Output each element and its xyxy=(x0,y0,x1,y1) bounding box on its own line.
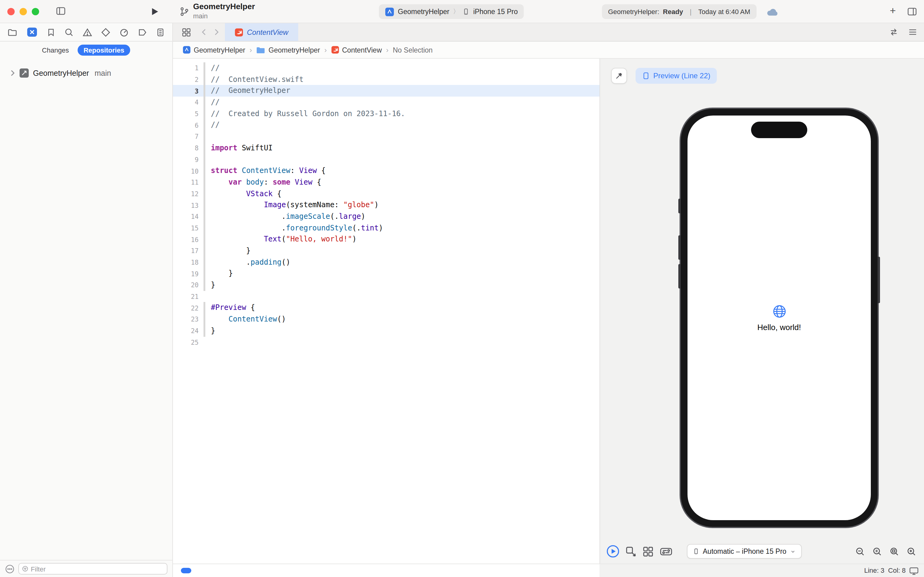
code-text[interactable]: } xyxy=(205,268,233,279)
adjust-editor-icon[interactable] xyxy=(908,27,918,37)
code-text[interactable]: } xyxy=(205,325,215,337)
iphone-preview-device[interactable]: Hello, world! xyxy=(681,109,877,527)
line-number[interactable]: 5 xyxy=(173,110,201,118)
device-picker[interactable]: Automatic – iPhone 15 Pro xyxy=(687,544,802,559)
source-control-navigator-icon[interactable] xyxy=(26,27,38,37)
line-number[interactable]: 24 xyxy=(173,327,201,334)
minimize-window-button[interactable] xyxy=(19,8,27,15)
debug-navigator-icon[interactable] xyxy=(119,27,129,37)
breakpoints-navigator-icon[interactable] xyxy=(137,27,147,37)
code-text[interactable]: // xyxy=(205,62,220,74)
forward-chevron-icon[interactable] xyxy=(212,27,221,37)
scheme-selector[interactable]: GeometryHelper 〉 iPhone 15 Pro xyxy=(379,4,524,19)
disclosure-chevron-icon[interactable] xyxy=(10,70,15,76)
tab-repositories[interactable]: Repositories xyxy=(77,45,130,56)
line-number[interactable]: 1 xyxy=(173,64,201,72)
code-line-14[interactable]: 14 .imageScale(.large) xyxy=(173,211,599,222)
zoom-out-button[interactable] xyxy=(854,545,866,558)
tab-changes[interactable]: Changes xyxy=(42,47,69,54)
line-number[interactable]: 16 xyxy=(173,235,201,243)
line-number[interactable]: 10 xyxy=(173,167,201,174)
line-number[interactable]: 7 xyxy=(173,133,201,140)
zoom-in-button[interactable] xyxy=(905,545,918,558)
line-number[interactable]: 3 xyxy=(173,87,201,94)
code-line-19[interactable]: 19 } xyxy=(173,268,599,279)
tab-contentview[interactable]: ContentView xyxy=(225,23,298,41)
code-line-25[interactable]: 25 xyxy=(173,337,599,348)
back-chevron-icon[interactable] xyxy=(200,27,208,37)
code-line-11[interactable]: 11 var body: some View { xyxy=(173,177,599,188)
code-text[interactable]: ContentView() xyxy=(205,314,286,325)
code-text[interactable]: Text("Hello, world!") xyxy=(205,234,357,245)
code-line-13[interactable]: 13 Image(systemName: "globe") xyxy=(173,200,599,211)
code-text[interactable]: // xyxy=(205,97,220,108)
code-line-21[interactable]: 21 xyxy=(173,291,599,302)
code-line-16[interactable]: 16 Text("Hello, world!") xyxy=(173,234,599,245)
breadcrumb-selection[interactable]: No Selection xyxy=(393,46,433,53)
line-number[interactable]: 12 xyxy=(173,190,201,197)
variants-grid-button[interactable] xyxy=(642,546,654,557)
code-line-12[interactable]: 12 VStack { xyxy=(173,188,599,199)
line-number[interactable]: 9 xyxy=(173,156,201,163)
code-text[interactable]: // GeometryHelper xyxy=(205,85,290,97)
code-text[interactable]: #Preview { xyxy=(205,302,255,314)
line-number[interactable]: 22 xyxy=(173,305,201,312)
device-settings-button[interactable] xyxy=(659,546,673,557)
reports-navigator-icon[interactable] xyxy=(156,27,165,37)
tests-navigator-icon[interactable] xyxy=(101,27,111,37)
line-number[interactable]: 21 xyxy=(173,293,201,300)
code-line-22[interactable]: 22#Preview { xyxy=(173,302,599,314)
line-number[interactable]: 4 xyxy=(173,99,201,106)
code-line-24[interactable]: 24} xyxy=(173,325,599,337)
line-number[interactable]: 8 xyxy=(173,144,201,152)
code-line-20[interactable]: 20} xyxy=(173,279,599,291)
line-number[interactable]: 15 xyxy=(173,224,201,232)
code-line-5[interactable]: 5// Created by Russell Gordon on 2023-11… xyxy=(173,108,599,119)
code-text[interactable]: } xyxy=(205,279,215,291)
find-navigator-icon[interactable] xyxy=(64,27,74,37)
line-number[interactable]: 17 xyxy=(173,247,201,255)
zoom-window-button[interactable] xyxy=(32,8,39,15)
code-text[interactable]: .foregroundStyle(.tint) xyxy=(205,222,383,234)
code-text[interactable]: var body: some View { xyxy=(205,177,321,188)
line-number[interactable]: 2 xyxy=(173,76,201,83)
bookmarks-navigator-icon[interactable] xyxy=(47,27,56,37)
selectable-mode-button[interactable] xyxy=(625,546,637,557)
breadcrumb-file[interactable]: ContentView xyxy=(331,46,382,54)
line-number[interactable]: 14 xyxy=(173,213,201,220)
code-line-1[interactable]: 1// xyxy=(173,62,599,74)
device-screen[interactable]: Hello, world! xyxy=(687,116,871,520)
code-review-icon[interactable] xyxy=(889,27,899,37)
issues-navigator-icon[interactable] xyxy=(82,27,92,37)
pin-button[interactable] xyxy=(611,68,627,84)
line-number[interactable]: 25 xyxy=(173,338,201,346)
code-line-18[interactable]: 18 .padding() xyxy=(173,256,599,268)
breadcrumb-group[interactable]: GeometryHelper xyxy=(256,46,320,53)
code-text[interactable]: // xyxy=(205,119,220,131)
code-text[interactable]: // Created by Russell Gordon on 2023-11-… xyxy=(205,108,405,119)
breadcrumb-project[interactable]: GeometryHelper xyxy=(183,46,245,54)
code-text[interactable]: struct ContentView: View { xyxy=(205,165,326,176)
code-text[interactable]: Image(systemName: "globe") xyxy=(205,200,378,211)
code-line-6[interactable]: 6// xyxy=(173,119,599,131)
line-number[interactable]: 18 xyxy=(173,259,201,266)
code-line-23[interactable]: 23 ContentView() xyxy=(173,314,599,325)
related-items-icon[interactable] xyxy=(182,27,191,37)
code-text[interactable]: VStack { xyxy=(205,188,282,199)
code-line-17[interactable]: 17 } xyxy=(173,245,599,256)
code-text[interactable]: // ContentView.swift xyxy=(205,74,303,85)
run-button[interactable] xyxy=(150,7,159,16)
code-line-9[interactable]: 9 xyxy=(173,154,599,165)
line-number[interactable]: 13 xyxy=(173,201,201,209)
code-line-8[interactable]: 8import SwiftUI xyxy=(173,142,599,154)
code-text[interactable]: import SwiftUI xyxy=(205,142,272,154)
code-text[interactable]: .padding() xyxy=(205,256,290,268)
source-editor[interactable]: 1//2// ContentView.swift3// GeometryHelp… xyxy=(173,59,599,564)
sidebar-toggle-icon[interactable] xyxy=(55,6,67,16)
activity-status[interactable]: GeometryHelper: Ready | Today at 6:40 AM xyxy=(602,4,756,19)
repo-tree-item[interactable]: GeometryHelper main xyxy=(0,68,172,77)
filter-input[interactable] xyxy=(31,565,164,572)
code-text[interactable]: .imageScale(.large) xyxy=(205,211,365,222)
line-number[interactable]: 19 xyxy=(173,270,201,277)
code-line-2[interactable]: 2// ContentView.swift xyxy=(173,74,599,85)
